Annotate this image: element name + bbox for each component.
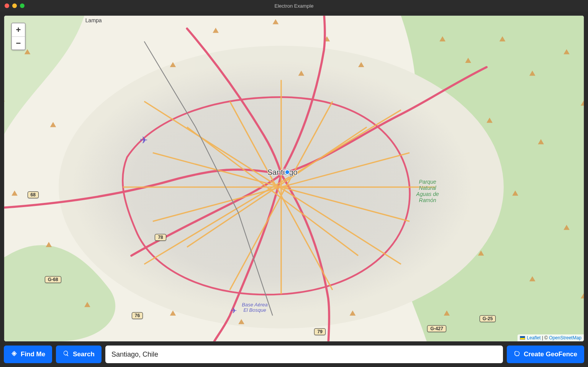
zoom-control: + −: [11, 23, 26, 50]
crosshair-icon: [11, 350, 18, 359]
ukraine-flag-icon: [520, 336, 525, 340]
osm-link[interactable]: OpenStreetMap: [549, 335, 581, 341]
polygon-icon: [514, 350, 521, 359]
window-minimize-button[interactable]: [12, 3, 17, 8]
search-input[interactable]: [105, 346, 503, 363]
window-titlebar: Electron Example: [0, 0, 588, 12]
search-label: Search: [73, 351, 95, 358]
search-icon: [63, 350, 70, 359]
window-title: Electron Example: [0, 3, 588, 9]
zoom-out-button[interactable]: −: [12, 36, 25, 49]
create-geofence-label: Create GeoFence: [524, 351, 577, 358]
search-button[interactable]: Search: [56, 346, 102, 363]
map-attribution: Leaflet | © OpenStreetMap: [518, 334, 584, 341]
leaflet-link[interactable]: Leaflet: [527, 335, 541, 341]
attribution-separator: | ©: [541, 335, 549, 341]
map-canvas[interactable]: ✈ ✈ Santiago Parque Natural Aguas de Ram…: [4, 15, 584, 342]
svg-text:✈: ✈: [231, 306, 237, 315]
window-close-button[interactable]: [5, 3, 9, 8]
window-maximize-button[interactable]: [20, 3, 25, 8]
app-content: ✈ ✈ Santiago Parque Natural Aguas de Ram…: [0, 12, 588, 367]
map-tiles: ✈ ✈: [4, 16, 584, 341]
create-geofence-button[interactable]: Create GeoFence: [507, 346, 584, 363]
window-controls: [0, 3, 25, 8]
svg-text:✈: ✈: [140, 135, 148, 145]
find-me-button[interactable]: Find Me: [4, 346, 52, 363]
zoom-in-button[interactable]: +: [12, 23, 25, 36]
find-me-label: Find Me: [21, 351, 45, 358]
bottom-toolbar: Find Me Search Create GeoFence: [4, 346, 584, 363]
